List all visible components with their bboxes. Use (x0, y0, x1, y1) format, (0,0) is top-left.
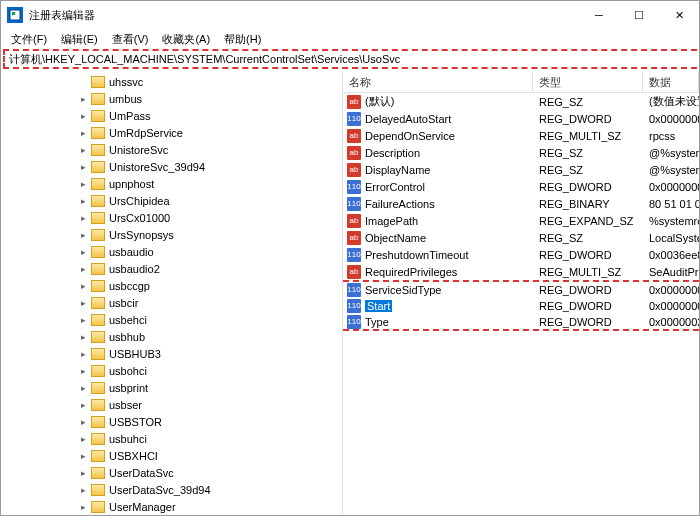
value-data: @%systemroot%\system3 (643, 164, 699, 176)
value-row[interactable]: 110ErrorControlREG_DWORD0x00000001 (1) (343, 178, 699, 195)
tree-item-UrsChipidea[interactable]: ▸UrsChipidea (1, 192, 342, 209)
tree-item-USBSTOR[interactable]: ▸USBSTOR (1, 413, 342, 430)
tree-item-usbehci[interactable]: ▸usbehci (1, 311, 342, 328)
expand-toggle[interactable]: ▸ (77, 179, 89, 189)
value-data: 80 51 01 00 00 00 00 00 0 (643, 198, 699, 210)
tree-item-usbaudio2[interactable]: ▸usbaudio2 (1, 260, 342, 277)
tree-item-usbprint[interactable]: ▸usbprint (1, 379, 342, 396)
value-data: 0x00000001 (1) (643, 181, 699, 193)
tree-item-usbohci[interactable]: ▸usbohci (1, 362, 342, 379)
tree-item-label: UserDataSvc_39d94 (109, 484, 211, 496)
tree-item-usbcir[interactable]: ▸usbcir (1, 294, 342, 311)
expand-toggle[interactable]: ▸ (77, 383, 89, 393)
expand-toggle[interactable]: ▸ (77, 111, 89, 121)
folder-icon (91, 110, 105, 122)
address-bar[interactable]: 计算机\HKEY_LOCAL_MACHINE\SYSTEM\CurrentCon… (3, 49, 697, 69)
menu-help[interactable]: 帮助(H) (218, 30, 267, 49)
value-row[interactable]: abDependOnServiceREG_MULTI_SZrpcss (343, 127, 699, 144)
value-row[interactable]: 110TypeREG_DWORD0x00000020 (32) (343, 314, 699, 331)
tree-item-usbuhci[interactable]: ▸usbuhci (1, 430, 342, 447)
tree-item-usbhub[interactable]: ▸usbhub (1, 328, 342, 345)
expand-toggle[interactable]: ▸ (77, 94, 89, 104)
value-type: REG_SZ (533, 164, 643, 176)
value-type-icon: ab (347, 146, 361, 160)
value-data: LocalSystem (643, 232, 699, 244)
expand-toggle[interactable]: ▸ (77, 196, 89, 206)
tree-item-umbus[interactable]: ▸umbus (1, 90, 342, 107)
menu-edit[interactable]: 编辑(E) (55, 30, 104, 49)
value-type: REG_DWORD (533, 113, 643, 125)
value-type: REG_DWORD (533, 284, 643, 296)
tree-panel[interactable]: uhssvc▸umbus▸UmPass▸UmRdpService▸Unistor… (1, 71, 343, 515)
expand-toggle[interactable]: ▸ (77, 213, 89, 223)
expand-toggle[interactable]: ▸ (77, 128, 89, 138)
col-header-type[interactable]: 类型 (533, 71, 643, 92)
expand-toggle[interactable]: ▸ (77, 366, 89, 376)
value-row[interactable]: abObjectNameREG_SZLocalSystem (343, 229, 699, 246)
value-type: REG_SZ (533, 96, 643, 108)
value-row[interactable]: 110StartREG_DWORD0x00000002 (2) (343, 297, 699, 314)
value-row[interactable]: 110FailureActionsREG_BINARY80 51 01 00 0… (343, 195, 699, 212)
value-row[interactable]: 110ServiceSidTypeREG_DWORD0x00000001 (1) (343, 280, 699, 297)
expand-toggle[interactable]: ▸ (77, 315, 89, 325)
tree-item-UserDataSvc[interactable]: ▸UserDataSvc (1, 464, 342, 481)
tree-item-UserDataSvc_39d94[interactable]: ▸UserDataSvc_39d94 (1, 481, 342, 498)
tree-item-UserManager[interactable]: ▸UserManager (1, 498, 342, 515)
value-row[interactable]: ab(默认)REG_SZ(数值未设置) (343, 93, 699, 110)
col-header-data[interactable]: 数据 (643, 71, 699, 92)
tree-item-usbser[interactable]: ▸usbser (1, 396, 342, 413)
tree-item-usbccgp[interactable]: ▸usbccgp (1, 277, 342, 294)
tree-item-UmPass[interactable]: ▸UmPass (1, 107, 342, 124)
tree-item-label: USBSTOR (109, 416, 162, 428)
folder-icon (91, 195, 105, 207)
value-row[interactable]: 110PreshutdownTimeoutREG_DWORD0x0036ee80… (343, 246, 699, 263)
maximize-button[interactable]: ☐ (619, 1, 659, 29)
expand-toggle[interactable]: ▸ (77, 145, 89, 155)
tree-item-usbaudio[interactable]: ▸usbaudio (1, 243, 342, 260)
expand-toggle[interactable]: ▸ (77, 247, 89, 257)
value-name: DisplayName (365, 164, 430, 176)
expand-toggle[interactable]: ▸ (77, 400, 89, 410)
value-row[interactable]: abDescriptionREG_SZ@%systemroot%\system3 (343, 144, 699, 161)
value-row[interactable]: abDisplayNameREG_SZ@%systemroot%\system3 (343, 161, 699, 178)
col-header-name[interactable]: 名称 (343, 71, 533, 92)
tree-item-UnistoreSvc_39d94[interactable]: ▸UnistoreSvc_39d94 (1, 158, 342, 175)
expand-toggle[interactable]: ▸ (77, 451, 89, 461)
tree-item-uhssvc[interactable]: uhssvc (1, 73, 342, 90)
expand-toggle[interactable]: ▸ (77, 502, 89, 512)
expand-toggle[interactable]: ▸ (77, 332, 89, 342)
menu-view[interactable]: 查看(V) (106, 30, 155, 49)
value-row[interactable]: 110DelayedAutoStartREG_DWORD0x00000001 (… (343, 110, 699, 127)
tree-item-UnistoreSvc[interactable]: ▸UnistoreSvc (1, 141, 342, 158)
close-button[interactable]: ✕ (659, 1, 699, 29)
menu-file[interactable]: 文件(F) (5, 30, 53, 49)
expand-toggle[interactable]: ▸ (77, 468, 89, 478)
tree-item-UrsCx01000[interactable]: ▸UrsCx01000 (1, 209, 342, 226)
value-type: REG_EXPAND_SZ (533, 215, 643, 227)
tree-item-label: UserManager (109, 501, 176, 513)
tree-item-USBHUB3[interactable]: ▸USBHUB3 (1, 345, 342, 362)
tree-item-label: usbaudio (109, 246, 154, 258)
expand-toggle[interactable]: ▸ (77, 162, 89, 172)
value-row[interactable]: abImagePathREG_EXPAND_SZ%systemroot%\sys… (343, 212, 699, 229)
titlebar: 注册表编辑器 ─ ☐ ✕ (1, 1, 699, 29)
folder-icon (91, 280, 105, 292)
tree-item-UmRdpService[interactable]: ▸UmRdpService (1, 124, 342, 141)
value-type-icon: ab (347, 265, 361, 279)
tree-item-UrsSynopsys[interactable]: ▸UrsSynopsys (1, 226, 342, 243)
tree-item-USBXHCI[interactable]: ▸USBXHCI (1, 447, 342, 464)
minimize-button[interactable]: ─ (579, 1, 619, 29)
tree-item-upnphost[interactable]: ▸upnphost (1, 175, 342, 192)
expand-toggle[interactable]: ▸ (77, 485, 89, 495)
values-panel[interactable]: 名称 类型 数据 ab(默认)REG_SZ(数值未设置)110DelayedAu… (343, 71, 699, 515)
expand-toggle[interactable]: ▸ (77, 281, 89, 291)
value-name: ImagePath (365, 215, 418, 227)
expand-toggle[interactable]: ▸ (77, 230, 89, 240)
menu-favorites[interactable]: 收藏夹(A) (156, 30, 216, 49)
expand-toggle[interactable]: ▸ (77, 349, 89, 359)
expand-toggle[interactable]: ▸ (77, 298, 89, 308)
expand-toggle[interactable]: ▸ (77, 434, 89, 444)
expand-toggle[interactable]: ▸ (77, 417, 89, 427)
value-row[interactable]: abRequiredPrivilegesREG_MULTI_SZSeAuditP… (343, 263, 699, 280)
expand-toggle[interactable]: ▸ (77, 264, 89, 274)
